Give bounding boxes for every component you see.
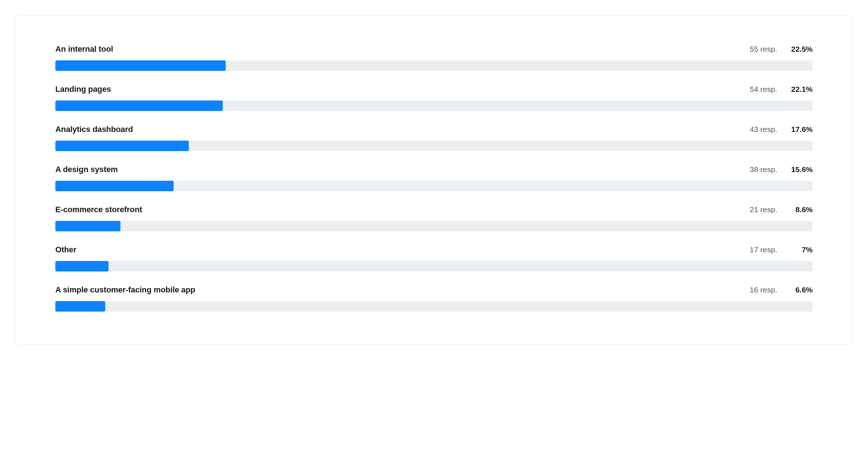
- result-percent: 6.6%: [787, 286, 813, 294]
- result-meta: 55 resp. 22.5%: [750, 45, 813, 53]
- bar-fill: [55, 301, 105, 312]
- result-row: A design system 38 resp. 15.6%: [55, 165, 813, 191]
- result-row: E-commerce storefront 21 resp. 8.6%: [55, 205, 813, 231]
- result-meta: 21 resp. 8.6%: [750, 205, 813, 214]
- result-respondents: 17 resp.: [750, 245, 777, 254]
- bar-fill: [55, 100, 223, 111]
- survey-results-card: An internal tool 55 resp. 22.5% Landing …: [15, 15, 853, 344]
- bar-track: [55, 60, 813, 71]
- result-respondents: 21 resp.: [750, 205, 777, 214]
- bar-fill: [55, 261, 109, 271]
- result-percent: 7%: [787, 245, 813, 254]
- result-meta: 17 resp. 7%: [750, 245, 813, 254]
- result-row: Analytics dashboard 43 resp. 17.6%: [55, 125, 813, 151]
- result-label: An internal tool: [55, 44, 113, 54]
- result-row: An internal tool 55 resp. 22.5%: [55, 44, 813, 71]
- result-meta: 38 resp. 15.6%: [750, 165, 813, 174]
- result-meta: 43 resp. 17.6%: [750, 125, 813, 134]
- result-label: A design system: [55, 165, 118, 174]
- result-label: Other: [55, 245, 76, 254]
- bar-track: [55, 100, 813, 111]
- bar-track: [55, 181, 813, 191]
- result-meta: 16 resp. 6.6%: [750, 286, 813, 294]
- result-row-header: Analytics dashboard 43 resp. 17.6%: [55, 125, 813, 134]
- result-row-header: Other 17 resp. 7%: [55, 245, 813, 254]
- result-percent: 15.6%: [787, 165, 813, 174]
- result-row: Other 17 resp. 7%: [55, 245, 813, 271]
- result-label: Landing pages: [55, 85, 111, 94]
- result-respondents: 16 resp.: [750, 286, 777, 294]
- result-label: A simple customer-facing mobile app: [55, 285, 195, 295]
- bar-track: [55, 221, 813, 231]
- result-row-header: E-commerce storefront 21 resp. 8.6%: [55, 205, 813, 214]
- result-percent: 8.6%: [787, 205, 813, 214]
- result-row: A simple customer-facing mobile app 16 r…: [55, 285, 813, 312]
- result-percent: 22.1%: [787, 85, 813, 94]
- result-respondents: 55 resp.: [750, 45, 777, 53]
- result-row-header: An internal tool 55 resp. 22.5%: [55, 44, 813, 54]
- bar-fill: [55, 60, 226, 71]
- result-percent: 17.6%: [787, 125, 813, 134]
- bar-fill: [55, 221, 120, 231]
- result-respondents: 38 resp.: [750, 165, 777, 174]
- result-label: Analytics dashboard: [55, 125, 133, 134]
- bar-fill: [55, 181, 174, 191]
- bar-track: [55, 141, 813, 151]
- result-row-header: Landing pages 54 resp. 22.1%: [55, 85, 813, 94]
- bar-track: [55, 301, 813, 312]
- result-row: Landing pages 54 resp. 22.1%: [55, 85, 813, 111]
- result-percent: 22.5%: [787, 45, 813, 53]
- result-row-header: A design system 38 resp. 15.6%: [55, 165, 813, 174]
- bar-fill: [55, 141, 189, 151]
- result-respondents: 43 resp.: [750, 125, 777, 134]
- result-meta: 54 resp. 22.1%: [750, 85, 813, 94]
- result-label: E-commerce storefront: [55, 205, 142, 214]
- bar-track: [55, 261, 813, 271]
- result-respondents: 54 resp.: [750, 85, 777, 94]
- result-row-header: A simple customer-facing mobile app 16 r…: [55, 285, 813, 295]
